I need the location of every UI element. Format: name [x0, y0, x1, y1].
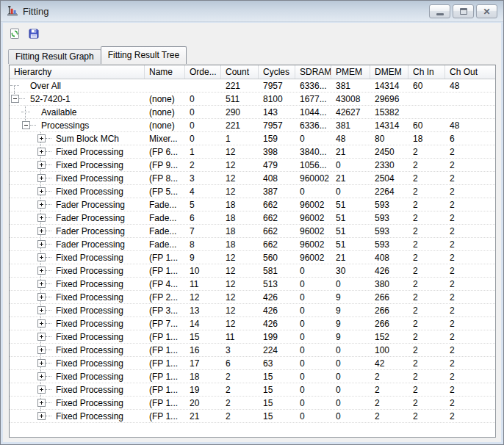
column-header-pmem[interactable]: PMEM — [331, 65, 370, 79]
expand-icon[interactable] — [37, 306, 46, 314]
expand-icon[interactable] — [37, 174, 46, 182]
hierarchy-cell: Fader Processing — [10, 211, 145, 224]
table-row[interactable]: Fixed Processing(FP 1...1821500222 — [10, 370, 495, 383]
table-row[interactable]: Fixed Processing(FP 9...2124791056...023… — [10, 159, 495, 172]
cell-ch-in: 2 — [408, 317, 445, 330]
table-row[interactable]: Fixed Processing(FP 1...9125609600221408… — [10, 251, 495, 264]
column-header-cycles[interactable]: Cycles — [259, 65, 295, 79]
cell-dmem: 100 — [370, 344, 408, 356]
cell-name: (FP 5... — [145, 185, 185, 198]
column-header-name[interactable]: Name — [145, 65, 185, 79]
column-header-orde[interactable]: Orde... — [185, 65, 221, 79]
hierarchy-cell: Fixed Processing — [10, 330, 145, 343]
table-row[interactable]: Fixed Processing(FP 8...3124089600022125… — [10, 172, 495, 185]
cell-sdram: 0 — [295, 397, 331, 409]
cell-cycles: 159 — [259, 132, 295, 145]
expand-icon[interactable] — [37, 148, 46, 156]
table-row[interactable]: Fixed Processing(FP 4...11125130038022 — [10, 278, 495, 291]
cell-name: Fade... — [145, 225, 185, 237]
row-label: Available — [41, 107, 76, 117]
table-row[interactable]: Fixed Processing(FP 7...14124260926622 — [10, 317, 495, 330]
expand-icon[interactable] — [37, 187, 46, 195]
expand-icon[interactable] — [37, 346, 46, 354]
cell-count: 2 — [221, 370, 259, 383]
tree-stub — [46, 164, 51, 165]
table-row[interactable]: Fixed Processing(FP 1...17663004222 — [10, 357, 495, 370]
table-row[interactable]: Fixed Processing(FP 1...2121500222 — [10, 410, 495, 423]
titlebar[interactable]: Fitting ✕ — [1, 1, 503, 22]
cell-pmem: 21 — [331, 172, 370, 184]
table-row[interactable]: Fixed Processing(FP 1...2021500222 — [10, 397, 495, 410]
column-header-ch-in[interactable]: Ch In — [408, 65, 445, 79]
expand-icon[interactable] — [37, 200, 46, 209]
minimize-button[interactable] — [429, 4, 450, 18]
expand-icon[interactable] — [37, 134, 46, 142]
column-header-sdram[interactable]: SDRAM — [295, 65, 331, 79]
table-row[interactable]: Fader ProcessingFade...71866296002515932… — [10, 225, 495, 238]
table-row[interactable]: Fixed Processing(FP 1...1921500222 — [10, 383, 495, 397]
collapse-icon[interactable] — [22, 121, 30, 129]
maximize-button[interactable] — [453, 4, 474, 18]
column-header-hierarchy[interactable]: Hierarchy — [10, 65, 145, 79]
table-row[interactable]: Fixed Processing(FP 6...1123983840...212… — [10, 145, 495, 159]
table-row[interactable]: Over All22179576336...381143146048 — [10, 79, 495, 93]
expand-icon[interactable] — [37, 267, 46, 275]
maximize-icon — [460, 8, 467, 15]
tab-fitting-result-tree[interactable]: Fitting Result Tree — [101, 46, 187, 64]
cell-count: 3 — [221, 344, 259, 356]
table-row[interactable]: Fixed Processing(FP 3...13124260926622 — [10, 304, 495, 317]
expand-icon[interactable] — [37, 372, 46, 380]
expand-icon[interactable] — [37, 227, 46, 235]
table-row[interactable]: Fader ProcessingFade...61866296002515932… — [10, 211, 495, 225]
cell-name: (FP 7... — [145, 317, 185, 330]
table-row[interactable]: Processings(none)022179576336...38114314… — [10, 119, 495, 132]
table-row[interactable]: Fixed Processing(FP 1...101258103042622 — [10, 264, 495, 278]
close-button[interactable]: ✕ — [476, 4, 497, 18]
collapse-icon[interactable] — [11, 95, 19, 103]
table-row[interactable]: Fixed Processing(FP 1...15111990915222 — [10, 330, 495, 344]
expand-icon[interactable] — [37, 399, 46, 407]
table-row[interactable]: Fixed Processing(FP 5...41238700226422 — [10, 185, 495, 198]
expand-icon[interactable] — [37, 359, 46, 367]
cell-name: (none) — [145, 106, 185, 118]
expand-icon[interactable] — [37, 253, 46, 261]
table-row[interactable]: Fixed Processing(FP 1...1632240010022 — [10, 344, 495, 357]
column-header-dmem[interactable]: DMEM — [370, 65, 408, 79]
cell-cycles: 662 — [259, 211, 295, 224]
cell-ch-out: 2 — [445, 264, 495, 277]
table-row[interactable]: Available(none)02901431044...4262715382 — [10, 106, 495, 119]
cell-count: 12 — [221, 304, 259, 316]
table-row[interactable]: Fixed Processing(FP 2...12124260926622 — [10, 291, 495, 304]
cell-name: Fade... — [145, 198, 185, 211]
cell-count: 511 — [221, 93, 259, 105]
tree-stub — [21, 112, 30, 112]
row-label: Fixed Processing — [56, 160, 123, 170]
expand-icon[interactable] — [37, 386, 46, 394]
cell-dmem: 266 — [370, 317, 408, 330]
expand-icon[interactable] — [37, 412, 46, 420]
column-header-count[interactable]: Count — [221, 65, 259, 79]
tree-stub — [46, 178, 51, 178]
cell-pmem: 0 — [331, 344, 370, 356]
expand-icon[interactable] — [37, 240, 46, 248]
cell-pmem: 21 — [331, 145, 370, 158]
expand-icon[interactable] — [37, 319, 46, 328]
cell-count: 18 — [221, 211, 259, 224]
table-row[interactable]: 52-7420-1(none)051181001677...4300829696 — [10, 93, 495, 106]
cell-sdram: 96002 — [295, 251, 331, 264]
cell-ch-in: 2 — [408, 264, 445, 277]
expand-icon[interactable] — [37, 293, 46, 301]
column-header-ch-out[interactable]: Ch Out — [445, 65, 495, 79]
refresh-button[interactable] — [7, 26, 22, 41]
expand-icon[interactable] — [37, 333, 46, 341]
expand-icon[interactable] — [37, 161, 46, 169]
cell-dmem: 266 — [370, 291, 408, 303]
table-row[interactable]: Sum Block MChMixer...0115904880186 — [10, 132, 495, 145]
cell-name: Fade... — [145, 238, 185, 250]
expand-icon[interactable] — [37, 280, 46, 288]
expand-icon[interactable] — [37, 214, 46, 222]
table-row[interactable]: Fader ProcessingFade...51866296002515932… — [10, 198, 495, 211]
tab-fitting-result-graph[interactable]: Fitting Result Graph — [8, 49, 101, 64]
table-row[interactable]: Fader ProcessingFade...81866296002515932… — [10, 238, 495, 251]
save-button[interactable] — [26, 26, 41, 41]
